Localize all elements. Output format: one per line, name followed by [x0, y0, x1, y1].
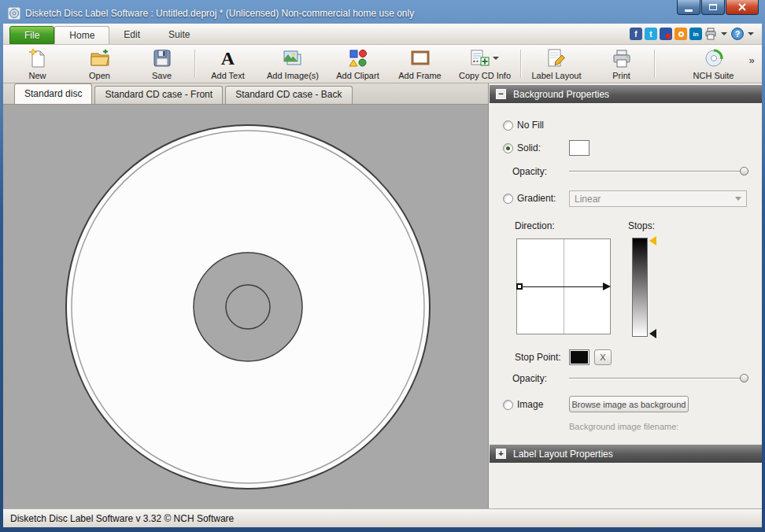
direction-label: Direction:: [515, 220, 555, 231]
maximize-icon: [709, 4, 717, 10]
image-label: Image: [517, 399, 543, 410]
linkedin-icon[interactable]: in: [689, 28, 702, 40]
solid-option[interactable]: Solid:: [503, 142, 541, 153]
slider-track: [569, 171, 748, 172]
tab-home[interactable]: Home: [54, 26, 109, 44]
open-button[interactable]: Open: [68, 46, 131, 81]
gradient-option[interactable]: Gradient:: [503, 193, 556, 204]
add-images-button[interactable]: Add Image(s): [259, 46, 327, 81]
copy-cd-info-caret-icon: [493, 57, 499, 60]
tab-suite[interactable]: Suite: [154, 26, 204, 44]
direction-row: Direction:: [515, 220, 555, 231]
status-bar: Disketch Disc Label Software v 3.32 © NC…: [3, 508, 762, 527]
window-title: Disketch Disc Label Software : Untitled.…: [25, 8, 414, 19]
browse-image-button[interactable]: Browse image as background: [569, 396, 689, 412]
label-layout-properties-header[interactable]: + Label Layout Properties: [490, 445, 762, 463]
save-button[interactable]: Save: [131, 46, 193, 81]
gradient-radio[interactable]: [503, 194, 513, 204]
window-controls: [677, 0, 759, 15]
print-label: Print: [612, 71, 630, 80]
solid-radio[interactable]: [503, 143, 513, 153]
background-properties-header[interactable]: − Background Properties: [490, 85, 762, 103]
print-button[interactable]: Print: [590, 46, 652, 81]
menu-bar: File Home Edit Suite f t in ?: [3, 24, 762, 45]
share-icon[interactable]: [660, 28, 672, 40]
toolbar-separator: [520, 50, 521, 78]
solid-color-swatch[interactable]: [569, 140, 589, 156]
share-glyph: [666, 34, 671, 39]
blogger-glyph: [678, 31, 684, 37]
twitter-icon[interactable]: t: [645, 28, 657, 40]
gradient-type-dropdown[interactable]: Linear: [569, 190, 747, 207]
twitter-glyph: t: [649, 30, 652, 39]
stop-point-color-swatch[interactable]: [569, 349, 589, 365]
doc-tab-cd-case-front[interactable]: Standard CD case - Front: [94, 86, 223, 104]
nch-suite-icon: [704, 48, 724, 69]
facebook-icon[interactable]: f: [630, 28, 642, 40]
design-canvas[interactable]: [3, 105, 488, 508]
save-label: Save: [152, 71, 172, 80]
no-fill-option[interactable]: No Fill: [503, 120, 544, 131]
image-option[interactable]: Image: [503, 399, 543, 410]
maximize-button[interactable]: [701, 0, 725, 15]
add-image-icon: [283, 48, 303, 69]
minimize-icon: [685, 9, 693, 12]
stop-marker-selected[interactable]: [649, 236, 656, 246]
tab-file[interactable]: File: [9, 26, 54, 44]
minimize-button[interactable]: [677, 0, 700, 15]
doc-tab-standard-disc[interactable]: Standard disc: [14, 83, 92, 104]
collapse-icon[interactable]: −: [496, 89, 506, 99]
opacity-label: Opacity:: [512, 166, 547, 177]
add-clipart-button[interactable]: Add Clipart: [327, 46, 389, 81]
nch-suite-button[interactable]: NCH Suite: [682, 46, 745, 81]
stop-marker-end[interactable]: [649, 329, 656, 338]
new-button[interactable]: New: [6, 46, 68, 81]
toolbar-overflow-button[interactable]: »: [745, 46, 759, 81]
slider-thumb[interactable]: [740, 374, 748, 382]
tab-edit[interactable]: Edit: [109, 26, 154, 44]
add-frame-button[interactable]: Add Frame: [389, 46, 451, 81]
doc-tab-cd-case-back[interactable]: Standard CD case - Back: [225, 86, 352, 104]
stops-label: Stops:: [628, 220, 655, 231]
background-properties-title: Background Properties: [513, 89, 609, 100]
app-window: Disketch Disc Label Software : Untitled.…: [0, 0, 765, 532]
new-label: New: [28, 71, 46, 80]
add-clipart-label: Add Clipart: [336, 71, 379, 80]
stop-point-label: Stop Point:: [515, 352, 561, 363]
gradient-opacity-slider[interactable]: [569, 373, 748, 383]
label-layout-label: Label Layout: [532, 71, 582, 80]
stop-point-delete-button[interactable]: X: [594, 349, 612, 365]
print-icon: [612, 48, 632, 69]
toolbar-separator: [194, 50, 195, 78]
gradient-stops-bar[interactable]: [632, 238, 648, 337]
no-fill-radio[interactable]: [503, 120, 513, 131]
status-text: Disketch Disc Label Software v 3.32 © NC…: [10, 513, 234, 524]
add-text-icon: A: [221, 48, 235, 69]
gradient-label: Gradient:: [517, 193, 556, 204]
expand-icon[interactable]: +: [496, 449, 506, 459]
close-icon: [738, 3, 746, 11]
slider-thumb[interactable]: [740, 167, 748, 175]
background-filename-label: Background image filename:: [569, 422, 678, 431]
disc-preview[interactable]: [3, 105, 488, 508]
add-text-button[interactable]: A Add Text: [197, 46, 259, 81]
close-button[interactable]: [726, 0, 759, 15]
copy-cd-info-button[interactable]: Copy CD Info: [451, 46, 519, 81]
add-frame-label: Add Frame: [398, 71, 441, 80]
document-tabstrip: Standard disc Standard CD case - Front S…: [3, 83, 488, 105]
gradient-direction-widget[interactable]: [516, 238, 611, 334]
label-layout-button[interactable]: Label Layout: [523, 46, 590, 81]
gradient-opacity-row: Opacity:: [512, 373, 547, 384]
help-icon[interactable]: ?: [731, 28, 744, 40]
blogger-icon[interactable]: [674, 28, 687, 40]
new-document-icon: [28, 48, 47, 69]
image-radio[interactable]: [503, 400, 513, 410]
print-menu-caret-icon[interactable]: [721, 32, 727, 35]
solid-opacity-slider[interactable]: [569, 166, 748, 176]
direction-start-handle[interactable]: [516, 283, 523, 290]
print-menu-icon[interactable]: [704, 28, 717, 40]
save-floppy-icon: [153, 48, 172, 69]
stop-point-delete-label: X: [600, 353, 605, 362]
properties-panel: − Background Properties No Fill Solid: O…: [488, 83, 762, 508]
help-menu-caret-icon[interactable]: [748, 32, 754, 35]
